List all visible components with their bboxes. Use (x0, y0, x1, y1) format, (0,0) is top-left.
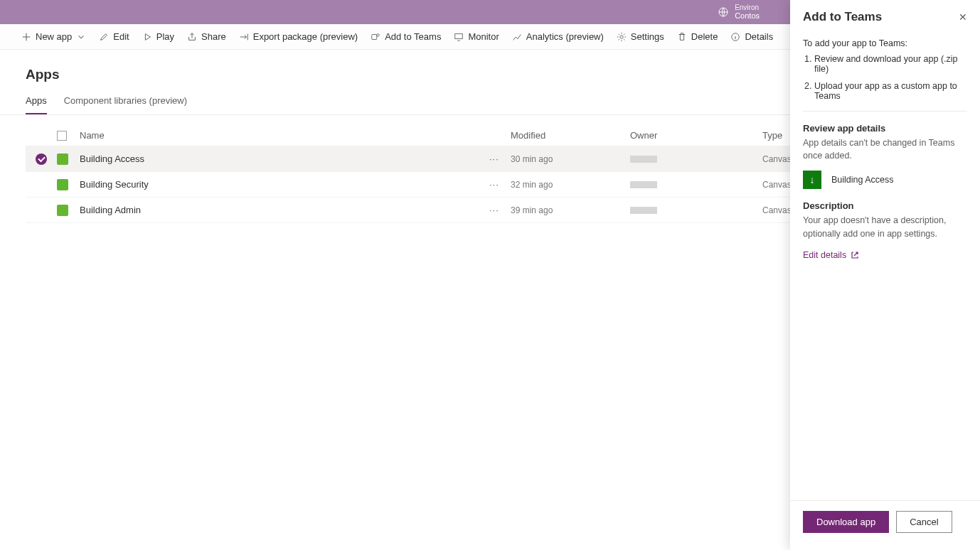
app-tile-icon: ↓ (803, 171, 821, 189)
monitor-button[interactable]: Monitor (454, 31, 499, 42)
svg-rect-3 (455, 33, 463, 38)
open-external-icon (851, 251, 859, 259)
play-icon (142, 32, 152, 42)
column-options-icon[interactable] (57, 131, 67, 141)
col-modified[interactable]: Modified (511, 130, 630, 141)
panel-title: Add to Teams (803, 10, 882, 24)
app-tile: ↓ Building Access (803, 171, 967, 189)
teams-icon (371, 32, 380, 42)
tab-apps[interactable]: Apps (26, 95, 47, 114)
add-to-teams-button[interactable]: Add to Teams (371, 31, 441, 42)
plus-icon (21, 32, 31, 42)
row-overflow-icon[interactable]: ··· (489, 153, 499, 164)
environment-name: Contos (735, 11, 760, 20)
row-modified: 30 min ago (511, 154, 630, 164)
row-owner (630, 156, 657, 163)
description-title: Description (803, 200, 967, 211)
row-modified: 32 min ago (511, 180, 630, 190)
share-button[interactable]: Share (187, 31, 226, 42)
play-button[interactable]: Play (142, 31, 174, 42)
delete-button[interactable]: Delete (677, 31, 718, 42)
details-button[interactable]: Details (730, 31, 773, 42)
chevron-down-icon (76, 32, 86, 42)
review-title: Review app details (803, 123, 967, 134)
environment-switcher[interactable]: Environ Contos (718, 4, 760, 20)
row-overflow-icon[interactable]: ··· (489, 179, 499, 190)
row-name: Building Access (80, 153, 489, 164)
edit-button[interactable]: Edit (99, 31, 129, 42)
row-modified: 39 min ago (511, 205, 630, 215)
svg-point-2 (377, 33, 380, 36)
globe-icon (718, 6, 729, 18)
chart-icon (512, 32, 522, 42)
cancel-button[interactable]: Cancel (896, 511, 952, 533)
col-name[interactable]: Name (80, 130, 489, 141)
analytics-button[interactable]: Analytics (preview) (512, 31, 604, 42)
svg-point-4 (620, 35, 623, 38)
settings-button[interactable]: Settings (617, 31, 664, 42)
description-text: Your app doesn't have a description, opt… (803, 214, 967, 239)
info-icon (730, 32, 740, 42)
add-to-teams-panel: Add to Teams ✕ To add your app to Teams:… (790, 0, 980, 550)
trash-icon (677, 32, 687, 42)
row-name: Building Security (80, 179, 489, 190)
export-icon (239, 32, 249, 42)
app-tile-name: Building Access (831, 175, 894, 185)
svg-rect-1 (372, 34, 377, 39)
row-owner (630, 207, 657, 214)
step-1: Review and download your app (.zip file) (814, 54, 967, 74)
edit-details-link[interactable]: Edit details (803, 250, 859, 260)
step-2: Upload your app as a custom app to Teams (814, 81, 967, 101)
download-app-button[interactable]: Download app (803, 511, 889, 533)
pencil-icon (99, 32, 109, 42)
row-overflow-icon[interactable]: ··· (489, 205, 499, 215)
close-icon[interactable]: ✕ (959, 11, 967, 23)
review-text: App details can't be changed in Teams on… (803, 136, 967, 162)
app-icon (57, 153, 68, 165)
monitor-icon (454, 32, 464, 42)
gear-icon (617, 32, 627, 42)
export-button[interactable]: Export package (preview) (239, 31, 358, 42)
row-owner (630, 181, 657, 188)
row-selected-icon[interactable] (36, 153, 47, 165)
new-app-button[interactable]: New app (21, 31, 86, 42)
share-icon (187, 32, 197, 42)
panel-intro: To add your app to Teams: (803, 37, 967, 50)
col-owner[interactable]: Owner (630, 130, 762, 141)
tab-component-libraries[interactable]: Component libraries (preview) (64, 95, 187, 114)
app-icon (57, 179, 68, 190)
row-name: Building Admin (80, 205, 489, 215)
environment-label: Environ (735, 4, 760, 11)
app-icon (57, 205, 68, 216)
